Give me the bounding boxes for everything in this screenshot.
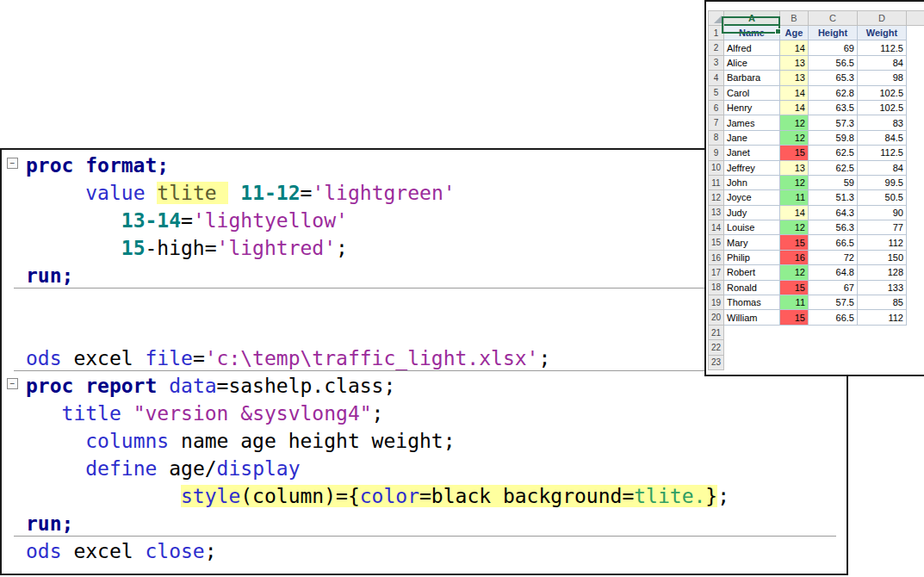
row-header-20[interactable]: 20 — [708, 310, 724, 325]
data-cell[interactable]: 12 — [780, 220, 809, 235]
row-header-23[interactable]: 23 — [708, 356, 724, 370]
row-header-5[interactable]: 5 — [708, 86, 724, 101]
row-header-17[interactable]: 17 — [708, 265, 724, 280]
row-header-13[interactable]: 13 — [708, 206, 724, 220]
data-cell[interactable]: 14 — [780, 101, 809, 115]
data-cell[interactable]: 98 — [858, 71, 907, 85]
row-header-16[interactable]: 16 — [708, 251, 724, 265]
data-cell[interactable]: 14 — [780, 206, 809, 220]
row-header-3[interactable]: 3 — [708, 56, 724, 71]
row-header-11[interactable]: 11 — [708, 176, 724, 190]
data-cell[interactable]: 77 — [858, 220, 907, 235]
row-header-12[interactable]: 12 — [708, 190, 724, 205]
data-cell[interactable]: 57.3 — [809, 115, 858, 130]
excel-window[interactable]: ABCD1NameAgeHeightWeight2Alfred1469112.5… — [704, 0, 924, 376]
data-cell[interactable]: 12 — [780, 265, 809, 280]
data-cell[interactable]: 56.3 — [809, 220, 858, 235]
data-cell[interactable]: 14 — [780, 40, 809, 55]
data-cell[interactable]: 83 — [858, 115, 907, 130]
header-cell-weight[interactable]: Weight — [858, 26, 907, 40]
data-cell[interactable]: Joyce — [724, 190, 780, 205]
data-cell[interactable]: Judy — [724, 206, 780, 220]
data-cell[interactable]: Henry — [724, 101, 780, 115]
row-header-15[interactable]: 15 — [708, 235, 724, 250]
data-cell[interactable]: Philip — [724, 251, 780, 265]
row-header-18[interactable]: 18 — [708, 281, 724, 295]
data-cell[interactable]: 64.3 — [809, 206, 858, 220]
data-cell[interactable]: 13 — [780, 71, 809, 85]
data-cell[interactable]: 14 — [780, 86, 809, 101]
data-cell[interactable]: 12 — [780, 176, 809, 190]
data-cell[interactable]: William — [724, 310, 780, 325]
data-cell[interactable]: 65.3 — [809, 71, 858, 85]
code-line[interactable]: define age/display — [26, 455, 846, 482]
data-cell[interactable]: 15 — [780, 146, 809, 160]
data-cell[interactable]: 13 — [780, 56, 809, 71]
data-cell[interactable]: 112.5 — [858, 146, 907, 160]
code-line[interactable]: ods excel close; — [26, 537, 846, 565]
row-header-2[interactable]: 2 — [708, 40, 724, 55]
data-cell[interactable]: Louise — [724, 220, 780, 235]
data-cell[interactable]: Carol — [724, 86, 780, 101]
data-cell[interactable]: 112.5 — [858, 40, 907, 55]
data-cell[interactable]: 56.5 — [809, 56, 858, 71]
data-cell[interactable]: 59 — [809, 176, 858, 190]
column-header-blank[interactable] — [907, 10, 924, 26]
data-cell[interactable]: Jane — [724, 131, 780, 146]
column-header-B[interactable]: B — [780, 10, 809, 26]
data-cell[interactable]: 85 — [858, 295, 907, 310]
data-cell[interactable]: 62.5 — [809, 161, 858, 176]
data-cell[interactable]: 12 — [780, 131, 809, 146]
code-line[interactable]: style(column)={color=black background=tl… — [26, 482, 846, 510]
data-cell[interactable]: 59.8 — [809, 131, 858, 146]
data-cell[interactable]: 15 — [780, 310, 809, 325]
data-cell[interactable]: 16 — [780, 251, 809, 265]
data-cell[interactable]: 84 — [858, 56, 907, 71]
data-cell[interactable]: 102.5 — [858, 86, 907, 101]
data-cell[interactable]: 150 — [858, 251, 907, 265]
data-cell[interactable]: 90 — [858, 206, 907, 220]
code-line[interactable]: title "version &sysvlong4"; — [26, 400, 846, 427]
row-header-8[interactable]: 8 — [708, 131, 724, 146]
row-header-6[interactable]: 6 — [708, 101, 724, 115]
data-cell[interactable]: 11 — [780, 190, 809, 205]
row-header-7[interactable]: 7 — [708, 115, 724, 130]
select-all-corner[interactable] — [708, 10, 724, 26]
data-cell[interactable]: Mary — [724, 235, 780, 250]
code-line[interactable]: run; — [26, 510, 846, 537]
row-header-1[interactable]: 1 — [708, 26, 724, 40]
data-cell[interactable]: Alfred — [724, 40, 780, 55]
column-header-D[interactable]: D — [858, 10, 907, 26]
row-header-10[interactable]: 10 — [708, 161, 724, 176]
data-cell[interactable]: 15 — [780, 281, 809, 295]
row-header-14[interactable]: 14 — [708, 220, 724, 235]
data-cell[interactable]: Ronald — [724, 281, 780, 295]
data-cell[interactable]: 102.5 — [858, 101, 907, 115]
data-cell[interactable]: John — [724, 176, 780, 190]
data-cell[interactable]: 50.5 — [858, 190, 907, 205]
data-cell[interactable]: 13 — [780, 161, 809, 176]
data-cell[interactable]: 112 — [858, 310, 907, 325]
data-cell[interactable]: Jeffrey — [724, 161, 780, 176]
data-cell[interactable]: 66.5 — [809, 235, 858, 250]
data-cell[interactable]: 12 — [780, 115, 809, 130]
data-cell[interactable]: Robert — [724, 265, 780, 280]
data-cell[interactable]: 84 — [858, 161, 907, 176]
data-cell[interactable]: 62.8 — [809, 86, 858, 101]
header-cell-name[interactable]: Name — [724, 26, 780, 40]
data-cell[interactable]: 57.5 — [809, 295, 858, 310]
data-cell[interactable]: 72 — [809, 251, 858, 265]
row-header-21[interactable]: 21 — [708, 326, 724, 340]
data-cell[interactable]: 15 — [780, 235, 809, 250]
data-cell[interactable]: 128 — [858, 265, 907, 280]
data-cell[interactable]: 66.5 — [809, 310, 858, 325]
header-cell-height[interactable]: Height — [809, 26, 858, 40]
row-header-22[interactable]: 22 — [708, 340, 724, 355]
data-cell[interactable]: 67 — [809, 281, 858, 295]
data-cell[interactable]: 84.5 — [858, 131, 907, 146]
row-header-9[interactable]: 9 — [708, 146, 724, 160]
data-cell[interactable]: 11 — [780, 295, 809, 310]
data-cell[interactable]: 69 — [809, 40, 858, 55]
data-cell[interactable]: 133 — [858, 281, 907, 295]
data-cell[interactable]: James — [724, 115, 780, 130]
